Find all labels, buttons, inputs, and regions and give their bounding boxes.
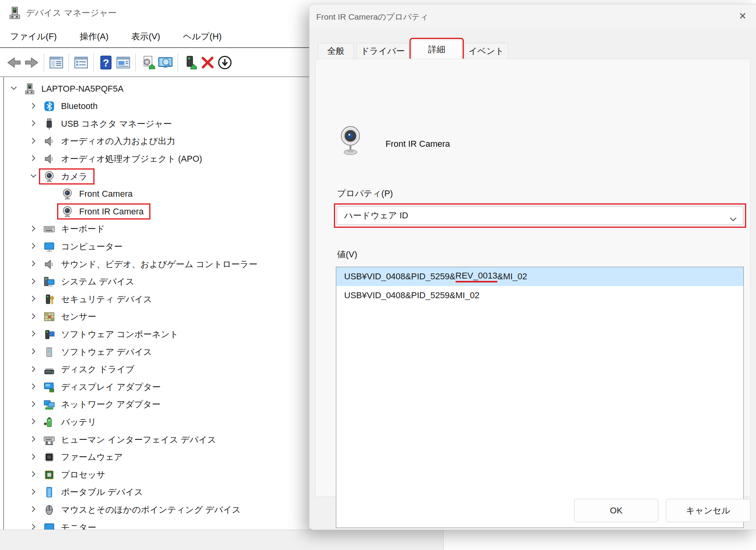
disable-device-icon[interactable]: [216, 54, 233, 71]
tab-3[interactable]: イベント: [464, 43, 508, 59]
sensor-icon: [43, 311, 55, 323]
chevron-right-icon[interactable]: [29, 400, 39, 409]
chevron-right-icon[interactable]: [29, 294, 39, 304]
tree-item-label: ポータブル デバイス: [61, 486, 143, 498]
chevron-right-icon[interactable]: [29, 382, 39, 391]
camera-icon: [61, 188, 73, 200]
tree-item-label: ディスク ドライブ: [61, 364, 134, 375]
tree-item-content: ヒューマン インターフェイス デバイス: [43, 432, 219, 448]
monitor-icon: [43, 241, 55, 253]
hardware-id-text: USB¥VID_0408&PID_5259&MI_02: [344, 290, 480, 301]
chevron-right-icon[interactable]: [29, 154, 39, 163]
chevron-right-icon[interactable]: [29, 417, 39, 426]
chevron-right-icon[interactable]: [29, 102, 39, 111]
tab-1[interactable]: ドライバー: [356, 43, 409, 59]
tree-item-label: マウスとそのほかのポインティング デバイス: [61, 504, 241, 516]
mouse-icon: [43, 504, 55, 516]
chevron-right-icon[interactable]: [29, 329, 39, 339]
chevron-down-icon[interactable]: [9, 84, 19, 93]
tree-item-content: サウンド、ビデオ、およびゲーム コントローラー: [43, 256, 260, 272]
tree-item-label: コンピューター: [61, 241, 123, 253]
menu-item-1[interactable]: 操作(A): [80, 31, 108, 42]
sw-component-icon: [43, 329, 55, 340]
hardware-id-text: &MI_02: [497, 271, 527, 282]
close-icon[interactable]: ✕: [739, 11, 747, 22]
chevron-right-icon[interactable]: [29, 365, 39, 374]
cancel-button[interactable]: キャンセル: [666, 499, 750, 522]
toolbar-separator: [93, 54, 94, 72]
tree-item-content: ディスプレイ アダプター: [43, 379, 163, 395]
properties-icon[interactable]: [72, 54, 90, 71]
forward-icon[interactable]: [23, 54, 40, 71]
bottom-strip-right: [443, 530, 756, 550]
hardware-id-row-1[interactable]: USB¥VID_0408&PID_5259&MI_02: [336, 286, 743, 305]
tree-item-label: カメラ: [61, 171, 88, 183]
tree-item-content: ソフトウェア コンポーネント: [43, 326, 181, 342]
tree-item-label: Bluetooth: [61, 101, 98, 111]
toolbar-separator: [178, 54, 178, 72]
chevron-right-icon[interactable]: [29, 435, 39, 444]
chevron-right-icon[interactable]: [29, 224, 39, 234]
computer-icon: [24, 83, 35, 95]
chevron-right-icon[interactable]: [29, 277, 39, 286]
ok-button[interactable]: OK: [574, 499, 658, 522]
property-label: プロパティ(P): [337, 188, 393, 199]
tree-item-content: ファームウェア: [43, 449, 125, 465]
help-window-icon[interactable]: [115, 54, 132, 71]
scan-hardware-icon[interactable]: [157, 54, 174, 71]
tree-item-content: ネットワーク アダプター: [43, 397, 163, 413]
chevron-right-icon[interactable]: [29, 452, 39, 462]
battery-icon: [43, 416, 55, 428]
tree-item-content: USB コネクタ マネージャー: [43, 116, 174, 132]
menu-item-2[interactable]: 表示(V): [131, 31, 160, 42]
hardware-id-row-0[interactable]: USB¥VID_0408&PID_5259&REV_0013&MI_02: [336, 267, 743, 286]
annotation-box-tree-item: カメラ: [39, 168, 94, 185]
tree-item-label: プロセッサ: [61, 469, 106, 481]
hardware-id-underlined-segment: REV_0013: [456, 271, 497, 282]
processor-icon: [43, 469, 55, 481]
property-dropdown[interactable]: ハードウェア ID: [337, 206, 743, 225]
tree-item-content: ソフトウェア デバイス: [43, 344, 154, 360]
usb-icon: [43, 118, 55, 130]
tab-2[interactable]: 詳細: [411, 40, 462, 59]
menu-item-0[interactable]: ファイル(F): [10, 31, 57, 42]
chevron-right-icon[interactable]: [29, 119, 39, 128]
network-adapter-icon: [43, 399, 55, 410]
annotation-box-tree-item: Front IR Camera: [57, 203, 150, 220]
tree-item-label: オーディオの入力および出力: [61, 135, 175, 147]
update-driver-icon[interactable]: [139, 54, 157, 71]
chevron-right-icon[interactable]: [29, 312, 39, 321]
tree-item-label: バッテリ: [61, 416, 96, 428]
security-icon: [43, 293, 55, 305]
menu-item-3[interactable]: ヘルプ(H): [183, 31, 222, 42]
tree-item-content: オーディオ処理オブジェクト (APO): [43, 151, 204, 167]
console-tree-icon[interactable]: [48, 54, 65, 71]
help-icon[interactable]: ?: [97, 54, 115, 71]
chevron-right-icon[interactable]: [29, 347, 39, 356]
hid-icon: [43, 434, 55, 446]
device-action-icon[interactable]: [182, 54, 199, 71]
chevron-right-icon[interactable]: [29, 487, 39, 497]
chevron-down-icon: [730, 214, 737, 224]
back-icon[interactable]: [6, 54, 23, 71]
speaker-icon: [43, 153, 55, 165]
portable-icon: [43, 486, 55, 498]
tree-item-label: オーディオ処理オブジェクト (APO): [61, 153, 202, 165]
uninstall-icon[interactable]: [199, 54, 216, 71]
tab-page-details: Front IR Camera プロパティ(P) ハードウェア ID 値(V) …: [315, 59, 750, 497]
tree-item-label: ソフトウェア デバイス: [61, 346, 152, 358]
bottom-strip: [0, 530, 756, 550]
tree-item-label: システム デバイス: [61, 276, 134, 288]
tab-0[interactable]: 全般: [318, 43, 354, 59]
chevron-right-icon[interactable]: [29, 259, 39, 269]
window-left-border: [3, 77, 4, 530]
chevron-right-icon[interactable]: [29, 242, 39, 251]
tree-item-content: Bluetooth: [43, 98, 100, 114]
chevron-right-icon[interactable]: [29, 137, 39, 146]
tree-item-label: ソフトウェア コンポーネント: [61, 329, 178, 340]
chevron-right-icon[interactable]: [29, 470, 39, 479]
bluetooth-icon: [43, 100, 55, 112]
chevron-down-icon[interactable]: [29, 172, 39, 181]
chevron-right-icon[interactable]: [29, 505, 39, 514]
keyboard-icon: [43, 223, 55, 235]
